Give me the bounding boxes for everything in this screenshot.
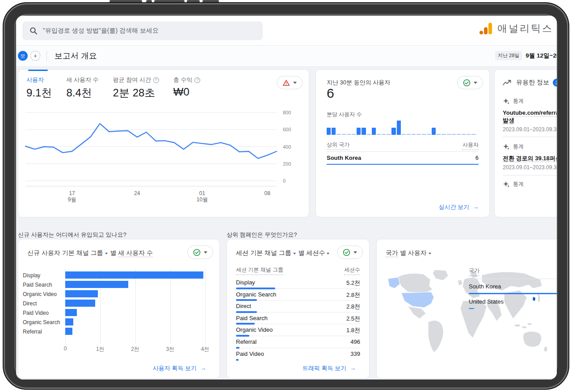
minute-bar: [372, 128, 376, 135]
sessions-table: Display5.2천Organic Search2.8천Direct2.8천P…: [236, 277, 360, 360]
insight-tag: 통계: [503, 143, 557, 150]
chevron-down-icon: [327, 253, 329, 254]
sparkle-icon: [503, 98, 510, 105]
metric-tabs: 사용자 9.1천 새 사용자 수 8.4천 평균 참여 시간? 2분 28초 총…: [26, 76, 200, 100]
map-united-states: [401, 292, 434, 308]
data-quality-warning-dropdown[interactable]: [277, 76, 303, 89]
minute-bar: [391, 128, 395, 135]
table-row: Direct2.8천: [236, 300, 360, 313]
chevron-down-icon: [293, 82, 297, 84]
top-bar: "유입경로 생성 방법"을(를) 검색해 보세요 애널리틱스: [16, 16, 557, 46]
chevron-down-icon: [293, 253, 296, 254]
svg-text:10월: 10월: [197, 196, 208, 203]
gridline: [205, 269, 206, 344]
view-realtime-link[interactable]: 실시간 보기→: [438, 203, 479, 211]
view-traffic-acquisition-link[interactable]: 트래픽 획득 보기→: [303, 364, 356, 372]
minute-bar: [332, 128, 336, 135]
minute-zero: [447, 134, 451, 135]
minute-zero: [416, 134, 421, 135]
help-icon[interactable]: ?: [153, 77, 159, 83]
date-range-text: 9월 12일~2023년 10월: [526, 52, 557, 60]
table-row: Paid Search2.5천: [236, 313, 360, 325]
metric-users[interactable]: 사용자 9.1천: [26, 76, 52, 100]
col-users[interactable]: 사용자: [463, 141, 479, 150]
sessions-channel-card: 세션 기본 채널 그룹 별 세션수 세션 기본 채널 그룹 세션수 Displa…: [227, 239, 370, 379]
date-badge: 지난 28일: [495, 51, 522, 60]
card-header[interactable]: 신규 사용자 기본 채널 그룹 별 새 사용자 수: [27, 249, 153, 257]
minute-zero: [402, 134, 406, 135]
bar-label: Organic Search: [23, 319, 64, 325]
row-value-bar: [469, 308, 474, 309]
minute-bar: [397, 121, 401, 135]
svg-text:200: 200: [283, 161, 291, 167]
bar: [65, 318, 73, 325]
minute-zero: [407, 134, 411, 135]
chevron-down-icon: [474, 82, 477, 84]
country-rows: South KoreaUnited States: [469, 279, 557, 309]
bar: [65, 271, 203, 279]
realtime-card: 지난 30분 동안의 사용자 6 분당 사용자 수 상위 국가 사용자 Sout…: [315, 69, 490, 217]
insight-title-link[interactable]: Youtube.com/referral 에서발생: [503, 109, 557, 124]
property-avatar[interactable]: 모: [18, 51, 28, 61]
insight-title-link[interactable]: 전환 경로의 39.18퍼센트가: [503, 154, 557, 162]
bar-label: Display: [23, 272, 64, 279]
row-value-bar: [236, 359, 239, 361]
axis-tick: 0: [56, 346, 74, 352]
svg-text:24: 24: [134, 190, 140, 196]
insight-date: 2023.09.01~2023.09.30: [503, 126, 557, 133]
minute-zero: [382, 134, 386, 135]
svg-text:01: 01: [199, 190, 206, 196]
svg-text:600: 600: [283, 127, 291, 132]
minute-zero: [442, 134, 446, 135]
bar: [65, 328, 72, 335]
metric-engagement-time[interactable]: 평균 참여 시간? 2분 28초: [113, 76, 159, 100]
realtime-title: 지난 30분 동안의 사용자: [327, 79, 390, 87]
insight-item: 통계: [503, 180, 557, 188]
metric-new-users[interactable]: 새 사용자 수 8.4천: [66, 76, 98, 100]
minute-zero: [467, 134, 471, 135]
chevron-down-icon: [105, 253, 108, 254]
bar-label: Paid Video: [23, 310, 64, 316]
minute-zero: [352, 134, 356, 135]
bar-label: Referral: [23, 329, 64, 335]
realtime-value: 6: [327, 86, 334, 101]
section-question-acquisition: 신규 사용자는 어디에서 유입되고 있나요?: [18, 231, 126, 239]
device-frame: "유입경로 생성 방법"을(를) 검색해 보세요 애널리틱스 모 + 보고서 개…: [3, 2, 569, 390]
axis-tick: 1천: [91, 346, 109, 353]
help-icon[interactable]: ?: [194, 77, 200, 83]
col-country[interactable]: 국가: [469, 267, 479, 276]
table-row: Paid Video339: [236, 348, 360, 360]
col-sessions[interactable]: 세션수: [344, 266, 360, 275]
minute-zero: [457, 134, 461, 135]
metric-revenue[interactable]: 총 수익? ₩0: [173, 76, 201, 100]
date-range-picker[interactable]: 지난 28일 9월 12일~2023년 10월: [495, 51, 557, 60]
insight-tag: 통계: [503, 97, 557, 105]
data-quality-ok-dropdown[interactable]: [337, 246, 363, 259]
add-comparison-button[interactable]: +: [30, 51, 40, 61]
insights-card: 유용한 정보 3 통계Youtube.com/referral 에서발생2023…: [494, 69, 557, 217]
insight-item: 통계Youtube.com/referral 에서발생2023.09.01~20…: [503, 97, 557, 133]
col-top-country[interactable]: 상위 국가: [327, 141, 349, 150]
minute-zero: [427, 134, 431, 135]
table-row: Referral496: [236, 336, 360, 348]
new-users-channel-card: 신규 사용자 기본 채널 그룹 별 새 사용자 수 DisplayPaid Se…: [18, 239, 220, 379]
bar-label: Direct: [23, 300, 64, 307]
card-header[interactable]: 세션 기본 채널 그룹 별 세션수: [236, 249, 330, 257]
minute-bar: [362, 128, 366, 135]
minute-zero: [377, 134, 381, 135]
chevron-down-icon: [429, 253, 431, 254]
data-quality-ok-dropdown[interactable]: [457, 76, 483, 89]
col-channel-group[interactable]: 세션 기본 채널 그룹: [236, 266, 283, 275]
arrow-right-icon: →: [200, 365, 206, 371]
card-header[interactable]: 국가 별 사용자: [386, 249, 432, 257]
insights-title: 유용한 정보: [516, 79, 549, 87]
data-quality-ok-dropdown[interactable]: [187, 246, 213, 259]
insights-header: 유용한 정보 3: [503, 79, 557, 87]
warning-icon: [282, 79, 290, 86]
bar-label: Paid Search: [23, 282, 64, 288]
view-user-acquisition-link[interactable]: 사용자 획득 보기→: [153, 364, 206, 372]
search-input[interactable]: "유입경로 생성 방법"을(를) 검색해 보세요: [22, 21, 263, 40]
minute-zero: [437, 134, 441, 135]
insight-date: 2023.09.01~2023.09.30: [503, 164, 557, 171]
page-title: 보고서 개요: [55, 46, 97, 67]
